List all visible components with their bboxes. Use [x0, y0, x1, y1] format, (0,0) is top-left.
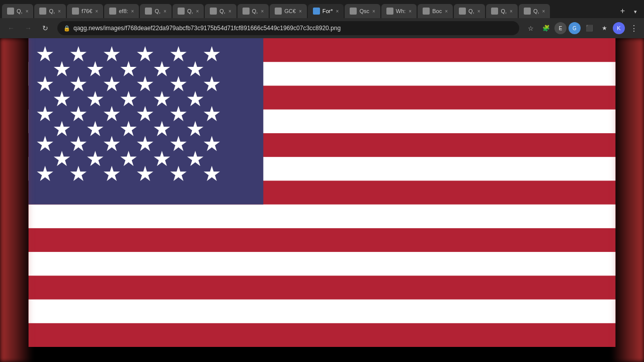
american-flag-svg: [0, 38, 644, 347]
address-bar[interactable]: 🔒 qagg.news/images/f768deaef22da979abcfb…: [57, 21, 519, 35]
refresh-button[interactable]: ↻: [38, 21, 52, 35]
tab-favicon: [7, 8, 14, 15]
tab-close-button[interactable]: ×: [299, 9, 302, 14]
extension-icon-3[interactable]: ⬛: [583, 22, 596, 35]
tab-label: Q,: [49, 8, 55, 14]
tab-close-button[interactable]: ×: [196, 9, 199, 14]
tab-favicon: [210, 8, 217, 15]
tab-label: Boc: [432, 8, 442, 14]
tab-favicon: [109, 8, 116, 15]
tab-t12[interactable]: Wh: ×: [381, 4, 417, 18]
tab-favicon: [313, 8, 320, 15]
tab-label: Q,: [501, 8, 507, 14]
browser-window: Q, × Q, × f76€ × ef8: × Q, × Q, × Q, ×: [0, 0, 644, 362]
tab-close-button[interactable]: ×: [510, 9, 513, 14]
flag-display: [0, 38, 644, 347]
tab-label: For*: [323, 8, 333, 14]
tab-t6[interactable]: Q, ×: [173, 4, 204, 18]
extension-icon-4[interactable]: ★: [598, 22, 611, 35]
tab-close-button[interactable]: ×: [58, 9, 61, 14]
nav-bar: ← → ↻ 🔒 qagg.news/images/f768deaef22da97…: [0, 18, 644, 38]
tab-favicon: [524, 8, 531, 15]
tab-close-button[interactable]: ×: [228, 9, 231, 14]
tab-favicon: [491, 8, 498, 15]
tab-label: Q,: [219, 8, 225, 14]
tab-favicon: [39, 8, 46, 15]
tab-label: f76€: [82, 8, 92, 14]
tab-t13[interactable]: Boc ×: [418, 4, 453, 18]
tab-close-button[interactable]: ×: [261, 9, 264, 14]
blur-right-edge: [611, 38, 644, 362]
svg-rect-6: [29, 300, 616, 323]
tab-label: Q,: [187, 8, 193, 14]
new-tab-button[interactable]: +: [616, 4, 629, 18]
tab-close-button[interactable]: ×: [445, 9, 448, 14]
svg-rect-4: [29, 205, 616, 228]
tab-bar: Q, × Q, × f76€ × ef8: × Q, × Q, × Q, ×: [0, 0, 644, 18]
tab-close-button[interactable]: ×: [95, 9, 98, 14]
tab-favicon: [145, 8, 152, 15]
tab-list-button[interactable]: ▾: [629, 5, 642, 18]
tab-t1[interactable]: Q, ×: [2, 4, 33, 18]
tab-t9[interactable]: GC€ ×: [270, 4, 306, 18]
tab-t16[interactable]: Q, ×: [519, 4, 550, 18]
back-button[interactable]: ←: [4, 21, 18, 35]
tab-close-button[interactable]: ×: [164, 9, 167, 14]
tab-t11[interactable]: Qsc ×: [345, 4, 380, 18]
tab-favicon: [350, 8, 357, 15]
tab-t4[interactable]: ef8: ×: [104, 4, 139, 18]
tab-close-button[interactable]: ×: [131, 9, 134, 14]
tab-favicon: [423, 8, 430, 15]
tab-t5[interactable]: Q, ×: [140, 4, 171, 18]
tab-label: Qsc: [359, 8, 369, 14]
tab-close-button[interactable]: ×: [372, 9, 375, 14]
tab-favicon: [459, 8, 466, 15]
tab-close-button[interactable]: ×: [409, 9, 412, 14]
tab-favicon: [72, 8, 79, 15]
address-text: qagg.news/images/f768deaef22da979abcfb73…: [73, 25, 513, 32]
tab-label: Q,: [154, 8, 160, 14]
tab-label: Q,: [252, 8, 258, 14]
tab-close-button[interactable]: ×: [477, 9, 480, 14]
tab-favicon: [243, 8, 250, 15]
menu-button[interactable]: ⋮: [627, 22, 640, 35]
blur-left-edge: [0, 38, 33, 362]
svg-rect-7: [29, 38, 264, 205]
tab-close-button[interactable]: ×: [542, 9, 545, 14]
bottom-bar: [0, 347, 644, 362]
tab-close-button[interactable]: ×: [336, 9, 339, 14]
tab-label: GC€: [284, 8, 296, 14]
tab-label: Wh:: [396, 8, 406, 14]
tab-favicon: [386, 8, 393, 15]
tab-t10[interactable]: For* ×: [308, 4, 344, 18]
tab-label: Q,: [468, 8, 474, 14]
tab-t14[interactable]: Q, ×: [454, 4, 485, 18]
tab-t2[interactable]: Q, ×: [34, 4, 65, 18]
extension-icon-2[interactable]: G: [569, 22, 581, 34]
nav-right-icons: ☆ 🧩 E G ⬛ ★ K ⋮: [524, 22, 640, 35]
svg-rect-5: [29, 252, 616, 276]
extension-puzzle-icon[interactable]: 🧩: [539, 22, 552, 35]
tab-label: ef8:: [119, 8, 128, 14]
tab-t8[interactable]: Q, ×: [237, 4, 269, 18]
tab-t15[interactable]: Q, ×: [486, 4, 517, 18]
content-area: [0, 38, 644, 362]
tab-favicon: [178, 8, 185, 15]
bookmark-star-icon[interactable]: ☆: [524, 22, 537, 35]
tab-close-button[interactable]: ×: [26, 9, 29, 14]
tab-t7[interactable]: Q, ×: [205, 4, 236, 18]
profile-button[interactable]: K: [613, 22, 625, 34]
tab-label: Q,: [17, 8, 23, 14]
forward-button[interactable]: →: [21, 21, 35, 35]
tab-label: Q,: [533, 8, 539, 14]
tab-t3[interactable]: f76€ ×: [67, 4, 103, 18]
extension-icon-1[interactable]: E: [554, 22, 567, 34]
tab-favicon: [275, 8, 282, 15]
